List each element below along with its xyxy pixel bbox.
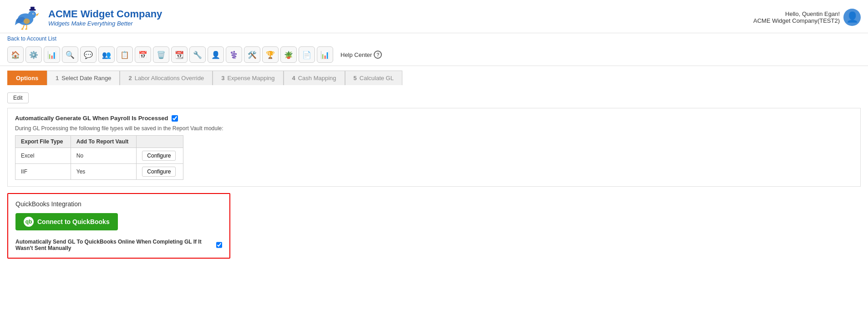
- avatar: 👤: [843, 9, 861, 26]
- trashcan-icon[interactable]: 🗑️: [153, 46, 169, 63]
- back-to-account-link[interactable]: Back to Account List: [7, 36, 56, 42]
- section-subtitle: During GL Processing the following file …: [15, 125, 853, 132]
- health-icon[interactable]: ⚕️: [226, 46, 242, 63]
- people-icon[interactable]: 👥: [98, 46, 115, 63]
- tools-icon[interactable]: 🛠️: [244, 46, 260, 63]
- help-circle-icon: ?: [374, 51, 382, 59]
- row-2-action: Configure: [137, 164, 183, 180]
- row-2-vault: Yes: [71, 164, 137, 180]
- calendar-icon[interactable]: 📅: [135, 46, 151, 63]
- tab-expense-mapping[interactable]: 3 Expense Mapping: [213, 71, 283, 85]
- qb-auto-send-checkbox[interactable]: [216, 242, 222, 248]
- toolbar: 🏠 ⚙️ 📊 🔍 💬 👥 📋 📅 🗑️ 📆 🔧 👤 ⚕️ 🛠️ 🏆 🪴 📄 📊 …: [0, 44, 868, 66]
- grid-icon[interactable]: ⚙️: [25, 46, 42, 63]
- qb-auto-send-label: Automatically Send GL To QuickBooks Onli…: [15, 239, 213, 251]
- main-content: Edit Automatically Generate GL When Payr…: [0, 85, 868, 266]
- wizard-tabs: Options 1 Select Date Range 2 Labor Allo…: [0, 66, 868, 85]
- user-info: Hello, Quentin Egan! ACME Widget Company…: [753, 10, 840, 24]
- auto-gen-label: Automatically Generate GL When Payroll I…: [15, 115, 168, 122]
- svg-rect-6: [30, 7, 35, 10]
- award-icon[interactable]: 🏆: [262, 46, 279, 63]
- back-link-container: Back to Account List: [0, 33, 868, 44]
- home-icon[interactable]: 🏠: [7, 46, 24, 63]
- table-row: Excel No Configure: [15, 148, 183, 164]
- header-logo: ACME Widget Company Widgets Make Everyth…: [7, 4, 162, 31]
- tab-cash-mapping[interactable]: 4 Cash Mapping: [284, 71, 345, 85]
- doc-icon[interactable]: 📄: [299, 46, 315, 63]
- tab-4-number: 4: [292, 75, 295, 82]
- table-icon[interactable]: 📊: [317, 46, 333, 63]
- logo-text: ACME Widget Company Widgets Make Everyth…: [48, 8, 162, 27]
- tab-options[interactable]: Options: [7, 71, 47, 85]
- table-row: IIF Yes Configure: [15, 164, 183, 180]
- chat-icon[interactable]: 💬: [80, 46, 96, 63]
- tab-select-date-range[interactable]: 1 Select Date Range: [47, 71, 120, 85]
- group-icon[interactable]: 👤: [208, 46, 224, 63]
- logo-image: [7, 4, 44, 31]
- row-1-action: Configure: [137, 148, 183, 164]
- svg-point-1: [28, 10, 36, 18]
- col-header-vault: Add To Report Vault: [71, 136, 137, 148]
- connect-to-quickbooks-button[interactable]: qb Connect to QuickBooks: [15, 213, 118, 230]
- configure-iif-button[interactable]: Configure: [142, 167, 176, 177]
- tab-4-label: Cash Mapping: [298, 75, 336, 82]
- svg-marker-2: [36, 13, 39, 16]
- tab-2-number: 2: [128, 75, 132, 82]
- tab-5-label: Calculate GL: [360, 75, 394, 82]
- col-header-export-type: Export File Type: [15, 136, 71, 148]
- row-1-type: Excel: [15, 148, 71, 164]
- auto-gen-checkbox[interactable]: [172, 115, 178, 122]
- search-icon[interactable]: 🔍: [62, 46, 78, 63]
- col-header-action: [137, 136, 183, 148]
- pot-icon[interactable]: 🪴: [280, 46, 297, 63]
- configure-excel-button[interactable]: Configure: [142, 151, 176, 161]
- calendar2-icon[interactable]: 📆: [171, 46, 188, 63]
- tab-1-label: Select Date Range: [61, 75, 111, 82]
- row-2-type: IIF: [15, 164, 71, 180]
- auto-gen-row: Automatically Generate GL When Payroll I…: [15, 115, 853, 122]
- company-tagline: Widgets Make Everything Better: [48, 20, 162, 27]
- tab-3-label: Expense Mapping: [227, 75, 274, 82]
- svg-point-4: [33, 13, 34, 14]
- qb-icon-text: qb: [25, 219, 32, 225]
- qb-section-title: QuickBooks Integration: [15, 200, 222, 208]
- row-1-vault: No: [71, 148, 137, 164]
- tab-calculate-gl[interactable]: 5 Calculate GL: [345, 71, 402, 85]
- quickbooks-integration-section: QuickBooks Integration qb Connect to Qui…: [7, 193, 230, 259]
- auto-gen-section: Automatically Generate GL When Payroll I…: [7, 108, 861, 187]
- user-greeting: Hello, Quentin Egan!: [753, 10, 840, 17]
- user-account: ACME Widget Company(TEST2): [753, 17, 840, 24]
- tab-1-number: 1: [56, 75, 59, 82]
- tab-5-number: 5: [354, 75, 357, 82]
- qb-connect-label: Connect to QuickBooks: [37, 218, 110, 225]
- help-center[interactable]: Help Center ?: [340, 51, 382, 59]
- svg-line-9: [23, 25, 24, 29]
- list-icon[interactable]: 📋: [117, 46, 133, 63]
- config-table: Export File Type Add To Report Vault Exc…: [15, 135, 183, 180]
- chart-icon[interactable]: 📊: [44, 46, 60, 63]
- edit-btn-row: Edit: [7, 92, 861, 103]
- svg-point-15: [24, 19, 30, 24]
- header: ACME Widget Company Widgets Make Everyth…: [0, 0, 868, 33]
- company-name: ACME Widget Company: [48, 8, 162, 20]
- tab-2-label: Labor Allocations Override: [135, 75, 204, 82]
- edit-button[interactable]: Edit: [7, 92, 29, 103]
- avatar-icon: 👤: [846, 11, 858, 23]
- quickbooks-icon: qb: [24, 217, 34, 227]
- tab-3-number: 3: [221, 75, 224, 82]
- header-user: Hello, Quentin Egan! ACME Widget Company…: [753, 9, 861, 26]
- tab-labor-allocations[interactable]: 2 Labor Allocations Override: [120, 71, 213, 85]
- help-center-label: Help Center: [340, 51, 372, 58]
- qb-auto-send-row: Automatically Send GL To QuickBooks Onli…: [15, 239, 222, 251]
- tab-options-label: Options: [16, 75, 38, 82]
- settings2-icon[interactable]: 🔧: [189, 46, 206, 63]
